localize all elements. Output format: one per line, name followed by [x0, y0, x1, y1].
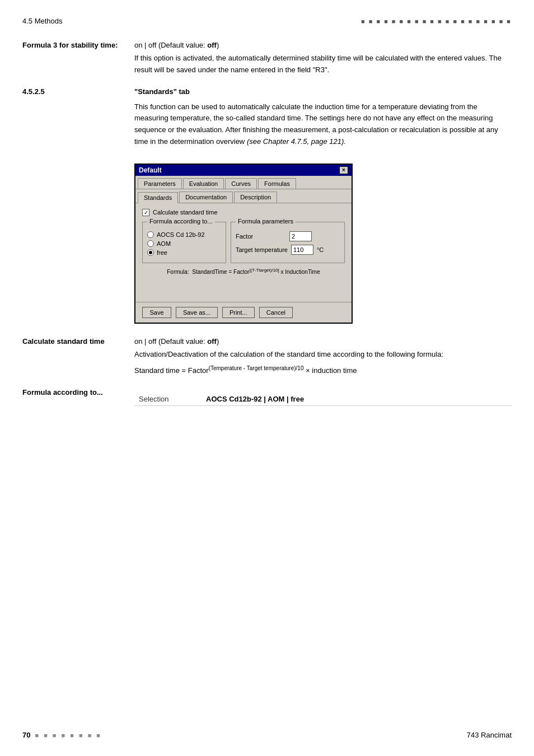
dialog-titlebar: Default ×	[135, 165, 352, 176]
radio-aom-row: AOM	[147, 240, 221, 247]
factor-label: Factor	[236, 233, 286, 240]
save-as-button[interactable]: Save as...	[176, 307, 218, 318]
formula-according-section-title: Formula according to...	[22, 388, 103, 396]
table-row: Selection AOCS Cd12b-92 | AOM | free	[134, 393, 512, 406]
calc-std-time-section: Calculate standard time on | off (Defaul…	[22, 337, 512, 377]
calc-std-time-section-title: Calculate standard time	[22, 337, 105, 346]
dialog-footer: Save Save as... Print... Cancel	[135, 302, 352, 323]
target-temp-row: Target temperature °C	[236, 245, 340, 255]
formula3-default-bold: off	[207, 41, 217, 49]
radio-free-label: free	[157, 249, 167, 256]
tab-curves[interactable]: Curves	[225, 178, 257, 189]
page-header: 4.5 Methods ■ ■ ■ ■ ■ ■ ■ ■ ■ ■ ■ ■ ■ ■ …	[22, 17, 512, 25]
radio-aocs[interactable]	[147, 231, 154, 238]
tab-description[interactable]: Description	[234, 192, 277, 203]
default-dialog: Default × Parameters Evaluation Curves F…	[134, 164, 353, 324]
radio-aom[interactable]	[147, 240, 154, 247]
calc-std-time-right: on | off (Default value: off) Activation…	[134, 337, 512, 377]
formula-according-title: Formula according to...	[147, 218, 215, 225]
radio-aocs-label: AOCS Cd 12b-92	[157, 231, 205, 238]
save-button[interactable]: Save	[142, 307, 171, 318]
formula3-content-col: on | off (Default value: off) If this op…	[134, 41, 512, 76]
target-temp-input[interactable]	[291, 245, 313, 255]
radio-free[interactable]	[147, 249, 154, 256]
temp-unit: °C	[317, 246, 324, 253]
tab-evaluation[interactable]: Evaluation	[183, 178, 224, 189]
footer-right: 743 Rancimat	[467, 731, 512, 739]
tab-formulas[interactable]: Formulas	[258, 178, 296, 189]
formula-according-right: Selection AOCS Cd12b-92 | AOM | free	[134, 388, 512, 406]
panels-row: Formula according to... AOCS Cd 12b-92 A…	[142, 222, 345, 263]
formula-according-table: Selection AOCS Cd12b-92 | AOM | free	[134, 393, 512, 406]
section-425-title: "Standards" tab	[134, 87, 190, 96]
tab-standards[interactable]: Standards	[138, 192, 178, 203]
calc-std-time-default-bold: off	[207, 337, 217, 346]
calc-std-time-label: Calculate standard time	[153, 209, 218, 216]
dialog-tabs: Parameters Evaluation Curves Formulas	[135, 176, 352, 189]
formula3-description: If this option is activated, the automat…	[134, 53, 512, 76]
radio-aom-label: AOM	[157, 240, 171, 247]
target-temp-label: Target temperature	[236, 246, 288, 253]
footer-dots: ■ ■ ■ ■ ■ ■ ■ ■	[35, 732, 102, 739]
formula-according-panel: Formula according to... AOCS Cd 12b-92 A…	[142, 222, 226, 263]
formula-display: Formula: StandardTime = Factor[(T-Ttarge…	[142, 268, 345, 275]
dialog-title: Default	[139, 166, 162, 174]
tab-documentation[interactable]: Documentation	[179, 192, 233, 203]
dialog-close-button[interactable]: ×	[339, 166, 348, 174]
radio-free-row: free	[147, 249, 221, 256]
formula-text: Formula: StandardTime = Factor[(T-Ttarge…	[167, 269, 320, 275]
dialog-content: Calculate standard time Formula accordin…	[135, 203, 352, 302]
formula3-section: Formula 3 for stability time: on | off (…	[22, 41, 512, 76]
calc-std-time-left: Calculate standard time	[22, 337, 134, 377]
formula-params-panel: Formula parameters Factor Target tempera…	[231, 222, 345, 263]
page-footer: 70 ■ ■ ■ ■ ■ ■ ■ ■ 743 Rancimat	[22, 731, 512, 739]
section-425: 4.5.2.5 "Standards" tab This function ca…	[22, 87, 512, 150]
formula-according-section: Formula according to... Selection AOCS C…	[22, 388, 512, 406]
section-425-desc: This function can be used to automatical…	[134, 101, 512, 148]
header-decoration: ■ ■ ■ ■ ■ ■ ■ ■ ■ ■ ■ ■ ■ ■ ■ ■ ■ ■ ■ ■	[361, 18, 512, 25]
calc-std-time-row: Calculate standard time	[142, 209, 345, 216]
formula-according-left: Formula according to...	[22, 388, 134, 406]
calc-std-time-onoff: on | off (Default value: off)	[134, 337, 512, 346]
calc-std-time-checkbox[interactable]	[142, 209, 149, 216]
dialog-wrapper: Default × Parameters Evaluation Curves F…	[134, 164, 512, 324]
radio-aocs-row: AOCS Cd 12b-92	[147, 231, 221, 238]
header-left: 4.5 Methods	[22, 17, 63, 25]
tab-parameters[interactable]: Parameters	[138, 178, 182, 189]
formula-params-title: Formula parameters	[236, 218, 296, 225]
selection-value: AOCS Cd12b-92 | AOM | free	[202, 393, 512, 406]
page-number-block: 70 ■ ■ ■ ■ ■ ■ ■ ■	[22, 731, 102, 739]
calc-std-time-formula-line: Standard time = Factor(Temperature - Tar…	[134, 364, 512, 377]
dialog-tabs-row2: Standards Documentation Description	[135, 189, 352, 203]
selection-label: Selection	[134, 393, 202, 406]
page-number: 70	[22, 731, 30, 739]
section-425-number: 4.5.2.5	[22, 87, 134, 96]
section-425-header: 4.5.2.5 "Standards" tab	[22, 87, 512, 96]
factor-input[interactable]	[289, 231, 312, 241]
formula3-title: Formula 3 for stability time:	[22, 41, 118, 49]
calc-std-time-desc: Activation/Deactivation of the calculati…	[134, 349, 512, 361]
cancel-button[interactable]: Cancel	[259, 307, 293, 318]
formula3-title-col: Formula 3 for stability time:	[22, 41, 134, 76]
section-425-ref: (see Chapter 4.7.5, page 121).	[247, 137, 346, 146]
print-button[interactable]: Print...	[222, 307, 255, 318]
factor-row: Factor	[236, 231, 340, 241]
formula3-onoff: on | off (Default value: off)	[134, 41, 512, 49]
